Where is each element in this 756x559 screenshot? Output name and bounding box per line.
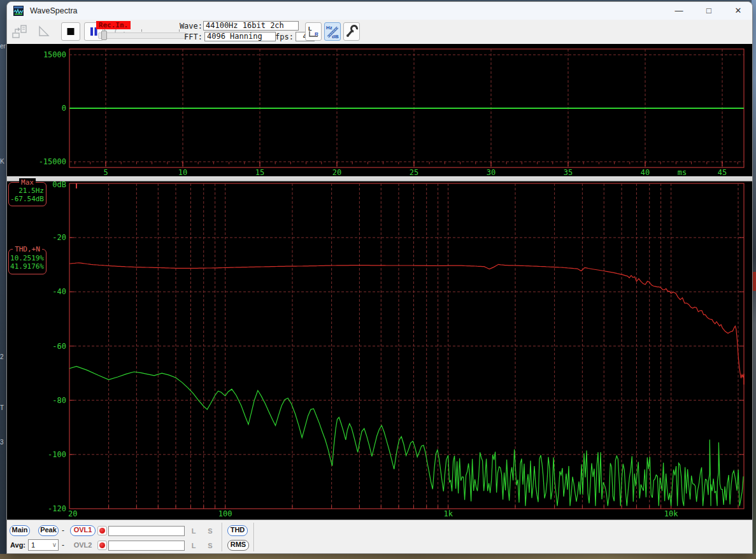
toolbar: Rec.In. Wave: 44100Hz 16bit 2ch FFT: 409… [7,20,752,45]
axis-label: -80 [52,396,66,405]
panel-separator [7,176,752,181]
thd-value-1: 10.2519% [10,255,44,262]
svg-text:L: L [308,25,312,32]
desktop-icon-text-fragment: K [0,159,6,165]
thd-curve [69,263,744,385]
axis-label: 10k [664,509,678,518]
dash-label: - [62,526,64,535]
open-device-button[interactable] [10,22,29,41]
ovl2-label[interactable]: OVL2 [71,541,95,549]
thd-button[interactable]: THD [227,525,248,536]
axis-label: 40 [641,168,650,176]
avg-label: Avg: [10,541,25,549]
ovl1-file-field[interactable] [108,526,185,536]
axis-label: 0dB [52,181,66,189]
spectrum-curve [69,366,743,506]
axis-label: 45 [718,168,727,176]
max-frequency-value: 21.5Hz [18,187,44,195]
max-box-title: Max [19,178,36,187]
axis-label: -100 [48,450,66,459]
max-level-value: -67.54dB [10,195,44,203]
thd-box-title: THD,+N [13,245,42,253]
fps-label: fps: [273,32,294,41]
waveform-panel: 51015202530354045ms150000-15000 [7,44,752,176]
position-slider-thumb[interactable] [101,31,107,40]
axis-label: -120 [48,504,66,513]
avg-select[interactable]: 1 ∨ [28,539,59,551]
position-slider[interactable] [98,32,187,39]
axis-label: 35 [564,168,573,176]
axis-label: 0 [62,104,66,113]
thd-value-2: 41.9176% [10,263,44,271]
ovl2-s-button[interactable]: S [205,542,215,549]
rec-in-indicator: Rec.In. [96,21,131,29]
desktop-background-bottom [0,554,756,559]
wave-format-field[interactable]: 44100Hz 16bit 2ch [203,21,299,31]
dash-label: - [62,541,64,549]
app-icon [13,6,24,16]
waveform-plot: 51015202530354045ms150000-15000 [7,44,752,176]
title-bar[interactable]: WaveSpectra — □ ✕ [7,2,752,20]
axis-label: ms [678,168,687,176]
spectrum-panel: Max 21.5Hz -67.54dB THD,+N 10.2519% 41.9… [7,181,752,520]
axis-label: 30 [487,168,496,176]
axis-label: -20 [52,233,66,242]
peak-button[interactable]: Peak [38,525,59,536]
axis-label: -15000 [39,157,66,166]
ovl2-record-dot-button[interactable] [97,541,107,550]
axis-label: 20 [68,509,77,518]
main-button[interactable]: Main [10,525,30,536]
avg-value: 1 [31,541,35,549]
desktop-icon-text-fragment: er [0,43,6,50]
hz-db-axis-button[interactable]: Hz dB [324,22,341,41]
spectrum-plot-border [69,183,744,509]
settings-wrench-button[interactable] [343,22,360,41]
axis-label: -60 [52,342,66,351]
desktop-icon-text-fragment: 2 [0,354,6,360]
play-button[interactable] [34,22,53,41]
axis-label: 100 [218,509,232,518]
ovl1-record-dot-button[interactable] [97,526,107,535]
axis-label: 10 [178,168,187,176]
ovl2-file-field[interactable] [108,541,185,551]
thd-readout-box: THD,+N 10.2519% 41.9176% [8,249,46,274]
fft-settings-field[interactable]: 4096 Hanning [204,32,276,41]
desktop-icon-text-fragment: 3 [0,439,6,446]
axis-label: 15000 [43,50,66,59]
axis-label: -40 [52,287,66,296]
separator [253,523,255,551]
stop-button[interactable] [61,22,80,41]
rms-button[interactable]: RMS [227,540,249,551]
wavespectra-window: WaveSpectra — □ ✕ [6,1,753,554]
chevron-down-icon: ∨ [52,540,57,550]
window-title: WaveSpectra [30,6,78,15]
svg-text:R: R [315,31,318,37]
axis-label: 25 [410,168,418,176]
separator [222,523,223,551]
fft-label: FFT: [176,32,203,41]
svg-text:Hz: Hz [326,25,332,31]
minimize-button[interactable]: — [669,4,688,17]
axis-label: 15 [255,168,264,176]
axis-label: 5 [103,168,108,176]
desktop-icon-text-fragment: T [0,405,6,411]
ovl1-button[interactable]: OVL1 [70,525,96,536]
spectrum-plot: 0dB-20-40-60-80-100-120201001k10k [7,181,752,520]
axis-label: 20 [332,168,341,176]
svg-text:dB: dB [332,34,339,39]
lr-channel-button[interactable]: L R [305,22,322,41]
ovl2-l-button[interactable]: L [189,542,199,549]
control-bar: Main Peak - OVL1 L S THD Avg: 1 ∨ - OVL2… [7,520,752,553]
ovl1-l-button[interactable]: L [189,527,199,535]
ovl1-s-button[interactable]: S [205,527,215,535]
close-button[interactable]: ✕ [729,4,748,17]
wave-label: Wave: [173,22,203,31]
maximize-button[interactable]: □ [699,4,718,17]
slider-tick [141,29,142,32]
axis-label: 1k [443,509,453,518]
max-readout-box: Max 21.5Hz -67.54dB [8,182,46,206]
